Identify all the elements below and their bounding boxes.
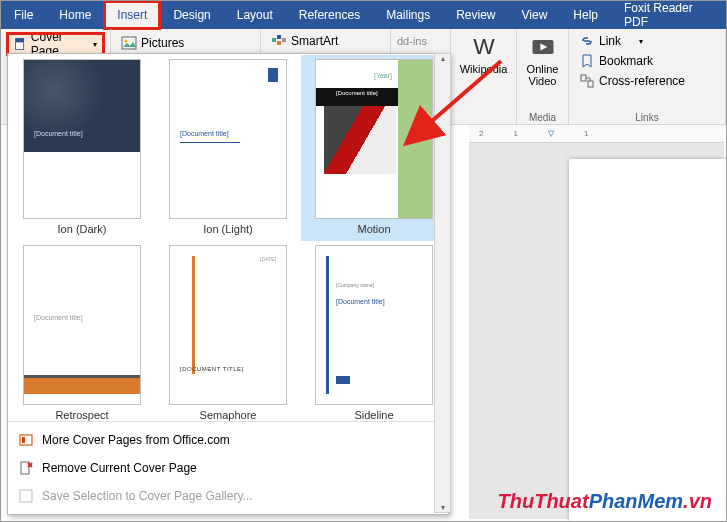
gallery-item-retrospect[interactable]: [Document title] Retrospect <box>9 241 155 421</box>
gallery-label: Ion (Dark) <box>58 219 107 241</box>
wikipedia-button[interactable]: W Wikipedia <box>457 31 510 77</box>
cover-page-gallery: [Document title] Ion (Dark) [Document ti… <box>7 53 449 515</box>
footer-label: More Cover Pages from Office.com <box>42 433 230 447</box>
crossref-button[interactable]: Cross-reference <box>575 71 719 91</box>
tab-file[interactable]: File <box>1 1 46 29</box>
link-button[interactable]: Link ▾ <box>575 31 719 51</box>
svg-rect-2 <box>122 37 136 49</box>
gallery-label: Semaphore <box>200 405 257 421</box>
pictures-button[interactable]: Pictures <box>117 33 188 53</box>
tab-insert[interactable]: Insert <box>104 1 160 29</box>
remove-cover-page[interactable]: Remove Current Cover Page <box>8 454 448 482</box>
gallery-scrollbar[interactable] <box>434 53 451 513</box>
bookmark-icon <box>579 53 595 69</box>
crossref-icon <box>579 73 595 89</box>
online-video-button[interactable]: Online Video <box>523 31 562 89</box>
gallery-item-ion-dark[interactable]: [Document title] Ion (Dark) <box>9 55 155 241</box>
tab-design[interactable]: Design <box>160 1 223 29</box>
page-icon <box>14 37 27 51</box>
document-page[interactable] <box>569 159 727 522</box>
crossref-label: Cross-reference <box>599 74 685 88</box>
pictures-label: Pictures <box>141 36 184 50</box>
bookmark-label: Bookmark <box>599 54 653 68</box>
horizontal-ruler[interactable]: 2 1 ▽ 1 <box>469 125 724 143</box>
smartart-label: SmartArt <box>291 34 338 48</box>
wikipedia-icon: W <box>470 33 498 61</box>
media-group-label: Media <box>517 112 568 123</box>
svg-rect-12 <box>20 435 32 445</box>
online-video-label: Online Video <box>527 63 559 87</box>
footer-label: Remove Current Cover Page <box>42 461 197 475</box>
tab-home[interactable]: Home <box>46 1 104 29</box>
save-icon <box>18 488 34 504</box>
svg-text:W: W <box>473 33 495 59</box>
svg-rect-13 <box>22 437 25 443</box>
gallery-label: Ion (Light) <box>203 219 253 241</box>
menu-bar: File Home Insert Design Layout Reference… <box>1 1 726 29</box>
link-label: Link <box>599 34 621 48</box>
more-cover-pages[interactable]: More Cover Pages from Office.com <box>8 426 448 454</box>
svg-rect-4 <box>272 38 276 42</box>
svg-rect-5 <box>277 35 281 39</box>
bookmark-button[interactable]: Bookmark <box>575 51 719 71</box>
svg-rect-11 <box>588 81 593 87</box>
gallery-label: Motion <box>357 219 390 241</box>
footer-label: Save Selection to Cover Page Gallery... <box>42 489 253 503</box>
link-icon <box>579 33 595 49</box>
pictures-icon <box>121 35 137 51</box>
document-area[interactable] <box>469 143 724 519</box>
gallery-label: Retrospect <box>55 405 108 421</box>
addins-partial-label: dd-ins <box>397 31 444 47</box>
tab-review[interactable]: Review <box>443 1 508 29</box>
tab-mailings[interactable]: Mailings <box>373 1 443 29</box>
watermark: ThuThuatPhanMem.vn <box>498 490 712 513</box>
smartart-icon <box>271 33 287 49</box>
svg-rect-1 <box>16 38 24 42</box>
gallery-item-sideline[interactable]: [Company name][Document title] Sideline <box>301 241 447 421</box>
tab-help[interactable]: Help <box>560 1 611 29</box>
gallery-footer: More Cover Pages from Office.com Remove … <box>8 421 448 514</box>
svg-rect-17 <box>20 490 32 502</box>
video-icon <box>529 33 557 61</box>
wikipedia-label: Wikipedia <box>460 63 508 75</box>
office-icon <box>18 432 34 448</box>
svg-rect-7 <box>282 38 286 42</box>
save-to-gallery: Save Selection to Cover Page Gallery... <box>8 482 448 510</box>
svg-point-3 <box>125 40 128 43</box>
tab-view[interactable]: View <box>509 1 561 29</box>
remove-page-icon <box>18 460 34 476</box>
svg-rect-10 <box>581 75 586 81</box>
links-group-label: Links <box>569 112 725 123</box>
gallery-item-motion[interactable]: [Year] [Document title] Motion <box>301 55 447 241</box>
gallery-item-semaphore[interactable]: [DATE][DOCUMENT TITLE] Semaphore <box>155 241 301 421</box>
cover-page-button[interactable]: Cover Page ▾ <box>7 33 104 55</box>
gallery-item-ion-light[interactable]: [Document title] Ion (Light) <box>155 55 301 241</box>
chevron-down-icon: ▾ <box>639 37 643 46</box>
svg-rect-6 <box>277 41 281 45</box>
tab-layout[interactable]: Layout <box>224 1 286 29</box>
chevron-down-icon: ▾ <box>93 40 97 49</box>
gallery-label: Sideline <box>354 405 393 421</box>
smartart-button[interactable]: SmartArt <box>267 31 384 51</box>
tab-foxit[interactable]: Foxit Reader PDF <box>611 1 726 29</box>
tab-references[interactable]: References <box>286 1 373 29</box>
